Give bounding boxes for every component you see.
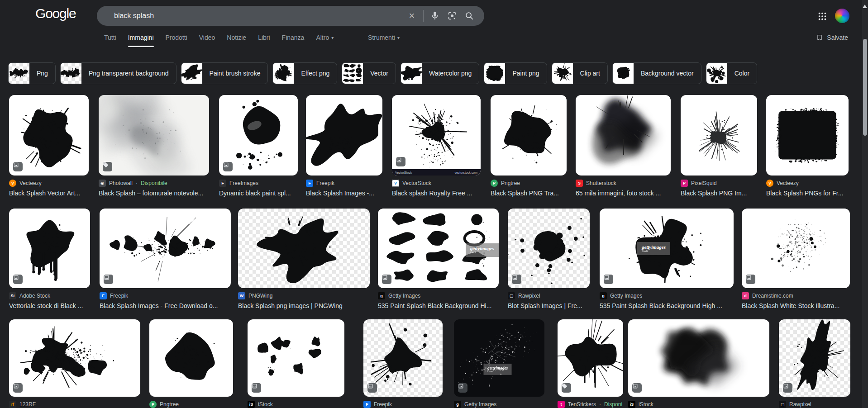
tab-finanza[interactable]: Finanza <box>282 28 305 47</box>
result-title[interactable]: Black Splash White Stock Illustra... <box>742 302 850 309</box>
clear-search-button[interactable]: × <box>403 7 420 25</box>
filter-chip-color[interactable]: Color <box>706 62 757 84</box>
result-source-line[interactable]: vVecteezy <box>9 180 89 187</box>
result-image[interactable] <box>219 95 298 176</box>
chip-splash-art <box>181 63 202 84</box>
result-source-line[interactable]: StAdobe Stock <box>9 292 90 299</box>
result-image[interactable] <box>508 209 590 288</box>
result-source-line[interactable]: WPNGWing <box>238 292 370 299</box>
result-source-line[interactable]: FFreepik <box>100 292 231 299</box>
filter-chip-background-vector[interactable]: Background vector <box>612 62 701 84</box>
result-title[interactable]: 535 Paint Splash Black Background High .… <box>600 302 734 309</box>
search-submit-button[interactable] <box>461 7 478 25</box>
result-source-line[interactable]: rf123RF <box>9 401 140 408</box>
result-image[interactable]: VectorStockvectorstock.com <box>392 95 481 176</box>
filter-chip-clip-art[interactable]: Clip art <box>552 62 608 84</box>
result-title[interactable]: Black Splash png images | PNGWing <box>238 302 370 309</box>
filter-chip-watercolor-png[interactable]: Watercolor png <box>401 62 479 84</box>
result-image[interactable] <box>306 95 382 176</box>
result-source-line[interactable]: gGetty Images <box>454 401 544 408</box>
result-source-line[interactable]: ◉Photowall·Disponibile <box>99 180 209 187</box>
result-image[interactable] <box>576 95 671 176</box>
result-source-line[interactable]: gGetty Images <box>600 292 734 299</box>
result-title[interactable]: Dynamic black paint spl... <box>219 190 298 197</box>
result-title[interactable]: Black Splash PNG Tra... <box>491 190 567 197</box>
tab-video[interactable]: Video <box>199 28 215 47</box>
result-image[interactable] <box>766 95 849 176</box>
result-image[interactable]: gettyimagesCredit: <box>454 319 544 397</box>
scrollbar-track[interactable] <box>862 0 868 408</box>
result-image[interactable] <box>9 95 89 176</box>
search-bar[interactable]: black splash × <box>97 6 484 26</box>
source-name: Adobe Stock <box>19 293 50 299</box>
result-source-line[interactable]: VVectorStock <box>392 180 481 187</box>
result-title[interactable]: Black Splash PNG Im... <box>681 190 757 197</box>
result-image[interactable] <box>363 319 443 397</box>
result-source-line[interactable]: iSiStock <box>248 401 344 408</box>
tools-button[interactable]: Strumenti▾ <box>368 28 400 47</box>
scroll-up-arrow-icon[interactable] <box>863 2 867 8</box>
result-title[interactable]: Black Splash Images - Free Download o... <box>100 302 231 309</box>
tab-tutti[interactable]: Tutti <box>104 28 116 47</box>
filter-chip-effect-png[interactable]: Effect png <box>272 62 337 84</box>
source-favicon: g <box>600 292 607 299</box>
lens-search-button[interactable] <box>444 7 461 25</box>
result-image[interactable] <box>779 319 850 397</box>
result-image[interactable]: gettyimagesCredit: <box>600 209 734 288</box>
result-image[interactable] <box>628 319 769 397</box>
tab-notizie[interactable]: Notizie <box>227 28 246 47</box>
account-avatar[interactable] <box>835 9 849 23</box>
result-source-line[interactable]: FFreepik <box>363 401 443 408</box>
result-image[interactable] <box>238 209 370 288</box>
result-image[interactable] <box>681 95 757 176</box>
result-source-line[interactable]: PPngtree <box>491 180 567 187</box>
result-image[interactable] <box>149 319 233 397</box>
result-image[interactable] <box>558 319 623 397</box>
result-image[interactable]: gettyimagesCredit: <box>378 209 499 288</box>
tab-immagini[interactable]: Immagini <box>128 28 154 47</box>
result-title[interactable]: 65 mila immagini, foto stock ... <box>576 190 671 197</box>
result-title[interactable]: Vettoriale stock di Black ... <box>9 302 90 309</box>
filter-chip-vector[interactable]: Vector <box>342 62 396 84</box>
result-caption: FFreepikBlack Splash Images - Free Downl… <box>100 292 231 309</box>
filter-chip-png[interactable]: Png <box>8 62 56 84</box>
result-source-line[interactable]: dDreamstime.com <box>742 292 850 299</box>
scrollbar-thumb[interactable] <box>863 39 867 136</box>
result-image[interactable] <box>248 319 344 397</box>
result-source-line[interactable]: PPixelSquid <box>681 180 757 187</box>
tab-prodotti[interactable]: Prodotti <box>166 28 187 47</box>
filter-chip-paint-png[interactable]: Paint png <box>484 62 547 84</box>
filter-chip-paint-brush-stroke[interactable]: Paint brush stroke <box>181 62 268 84</box>
tab-libri[interactable]: Libri <box>258 28 270 47</box>
result-image[interactable] <box>9 209 90 288</box>
result-source-line[interactable]: ▢Rawpixel <box>779 401 850 408</box>
result-source-line[interactable]: FFreeImages <box>219 180 298 187</box>
result-image[interactable] <box>742 209 850 288</box>
result-title[interactable]: 535 Paint Splash Black Background Hi... <box>378 302 499 309</box>
result-source-line[interactable]: gGetty Images <box>378 292 499 299</box>
tab-altro[interactable]: Altro▾ <box>316 28 334 47</box>
search-input[interactable]: black splash <box>114 12 403 20</box>
result-image[interactable] <box>9 319 140 397</box>
result-image[interactable] <box>491 95 567 176</box>
result-source-line[interactable]: ▢Rawpixel <box>508 292 590 299</box>
filter-chip-png-transparent-background[interactable]: Png transparent background <box>60 62 176 84</box>
google-apps-button[interactable] <box>816 10 828 22</box>
result-title[interactable]: Black splash Royalty Free ... <box>392 190 481 197</box>
result-source-line[interactable]: iSiStock <box>628 401 769 408</box>
result-source-line[interactable]: PPngtree <box>149 401 233 408</box>
saved-button[interactable]: Salvate <box>816 28 848 47</box>
result-source-line[interactable]: FFreepik <box>306 180 382 187</box>
result-image[interactable] <box>99 95 209 176</box>
result-source-line[interactable]: vVecteezy <box>766 180 849 187</box>
result-title[interactable]: Blot Splash Images | Fre... <box>508 302 590 309</box>
result-source-line[interactable]: tTenStickers·Disponi <box>558 401 623 408</box>
result-title[interactable]: Black Splash Vector Art... <box>9 190 89 197</box>
result-title[interactable]: Black Splash PNGs for Fr... <box>766 190 849 197</box>
result-source-line[interactable]: SShutterstock <box>576 180 671 187</box>
voice-search-button[interactable] <box>426 7 444 25</box>
result-title[interactable]: Black Splash – fotomurale notevole... <box>99 190 209 197</box>
result-image[interactable] <box>100 209 231 288</box>
google-logo[interactable]: Google <box>35 6 76 21</box>
result-title[interactable]: Black Splash Images -... <box>306 190 382 197</box>
